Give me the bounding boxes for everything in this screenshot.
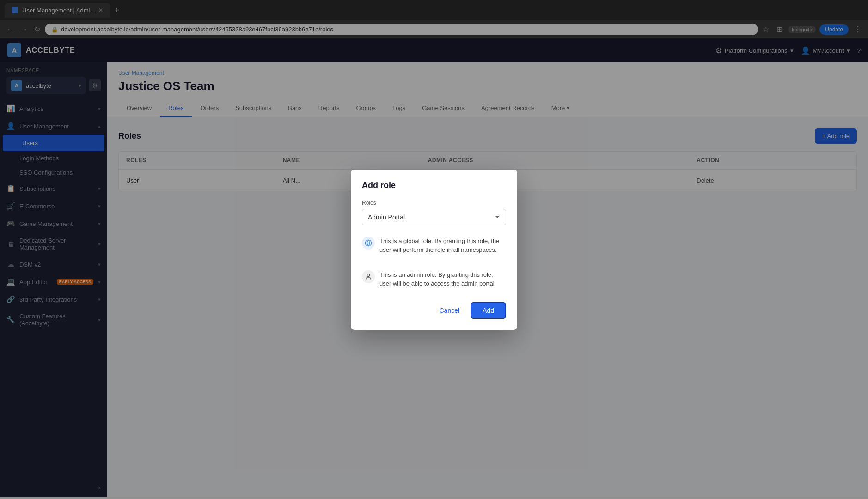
- global-role-info: This is a global role. By granting this …: [362, 232, 506, 259]
- admin-icon: [362, 270, 375, 283]
- modal-title: Add role: [362, 181, 506, 190]
- modal-actions: Cancel Add: [362, 302, 506, 319]
- add-button[interactable]: Add: [471, 302, 506, 319]
- roles-select[interactable]: Admin Portal User Super Admin: [362, 209, 506, 225]
- modal-overlay[interactable]: Add role Roles Admin Portal User Super A…: [0, 0, 868, 497]
- admin-role-info: This is an admin role. By granting this …: [362, 266, 506, 293]
- global-role-text: This is a global role. By granting this …: [379, 237, 506, 255]
- svg-point-2: [367, 274, 369, 276]
- add-role-modal: Add role Roles Admin Portal User Super A…: [351, 170, 517, 330]
- cancel-button[interactable]: Cancel: [434, 302, 465, 319]
- globe-icon: [362, 237, 375, 250]
- roles-select-label: Roles: [362, 200, 506, 206]
- admin-role-text: This is an admin role. By granting this …: [379, 270, 506, 288]
